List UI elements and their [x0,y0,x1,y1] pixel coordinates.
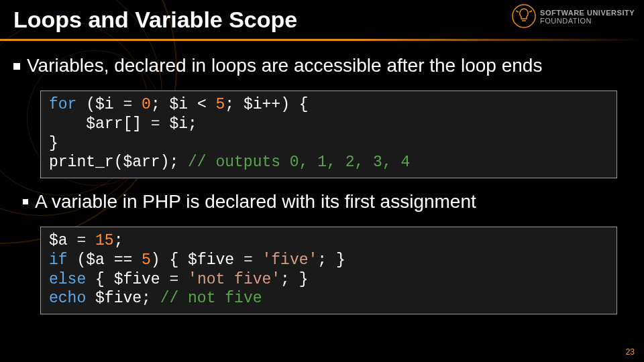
bullet-icon [23,199,28,204]
bullet-2: A variable in PHP is declared with its f… [23,190,476,213]
title-underline [0,39,644,41]
svg-line-2 [516,11,519,12]
logo-text: SOFTWARE UNIVERSITY FOUNDATION [540,9,635,25]
slide: Loops and Variable Scope SOFTWARE UNIVER… [0,0,644,362]
svg-point-0 [513,5,535,27]
bullet-icon [13,63,20,70]
page-number: 23 [626,347,635,357]
bullet-1: Variables, declared in loops are accessi… [13,54,542,77]
bullet-2-text: A variable in PHP is declared with its f… [35,190,476,213]
lightbulb-icon [512,4,536,31]
slide-title: Loops and Variable Scope [13,7,297,33]
bullet-1-text: Variables, declared in loops are accessi… [27,54,542,77]
code-block-1: for ($i = 0; $i < 5; $i++) { $arr[] = $i… [40,90,617,178]
svg-line-3 [529,11,532,12]
code-block-2: $a = 15; if ($a == 5) { $five = 'five'; … [40,227,617,314]
logo: SOFTWARE UNIVERSITY FOUNDATION [512,4,635,31]
